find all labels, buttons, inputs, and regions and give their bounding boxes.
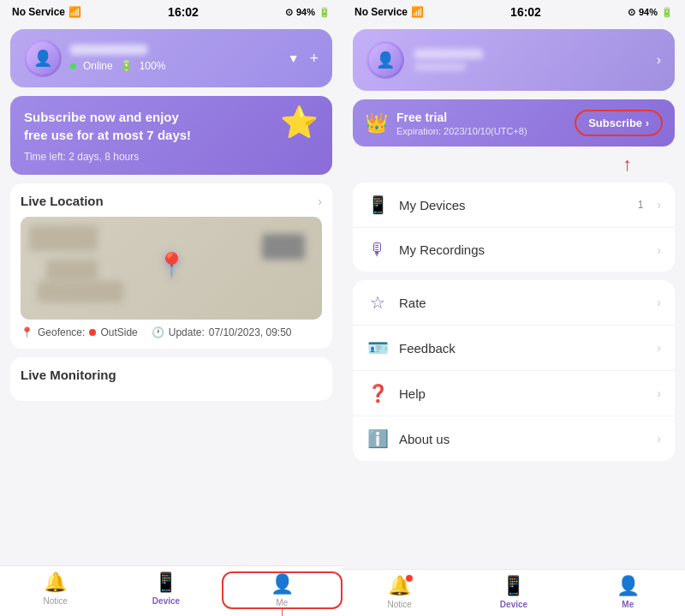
trial-info: Free trial Expiration: 2023/10/10(UTC+8) <box>396 111 566 136</box>
notice-badge <box>406 575 413 582</box>
clock-icon: 🕐 <box>152 326 164 338</box>
left-bottom-nav: 🔔 Notice 📱 Device 👤 Me ↓ <box>0 565 342 616</box>
map-container: 📍 <box>21 217 322 320</box>
left-status-bar: No Service 📶 16:02 ⊙ 94% 🔋 <box>0 0 342 22</box>
right-notice-label: Notice <box>387 600 411 609</box>
right-time: 16:02 <box>510 5 541 19</box>
left-profile-card[interactable]: 👤 Online 🔋 100% ▼ + <box>10 29 332 87</box>
right-nav-notice[interactable]: 🔔 Notice <box>342 575 456 609</box>
geofence-dot <box>89 329 96 336</box>
left-status-right: ⊙ 94% 🔋 <box>285 7 331 18</box>
help-label: Help <box>399 386 646 401</box>
add-device-button[interactable]: + <box>309 50 319 68</box>
nav-device[interactable]: 📱 Device <box>110 571 221 609</box>
geofence-pin-icon: 📍 <box>21 326 33 338</box>
left-battery-ring-icon: ⊙ <box>285 7 293 18</box>
feedback-item[interactable]: 🪪 Feedback › <box>353 326 675 371</box>
right-profile-chevron[interactable]: › <box>657 52 661 68</box>
subscribe-title: Subscribe now and enjoy free use for at … <box>24 108 195 144</box>
online-dot <box>70 63 76 69</box>
right-phone-panel: No Service 📶 16:02 ⊙ 94% 🔋 👤 › 👑 Free t <box>342 0 685 616</box>
right-profile-card[interactable]: 👤 › <box>353 29 675 91</box>
right-battery-pct: 94% <box>639 7 658 17</box>
red-arrow-annotation: ↑ <box>353 153 675 176</box>
right-me-icon: 👤 <box>616 575 640 597</box>
about-icon: ℹ️ <box>366 428 389 449</box>
live-location-header: Live Location › <box>21 194 322 208</box>
right-status-bar: No Service 📶 16:02 ⊙ 94% 🔋 <box>342 0 685 22</box>
right-sub-blur <box>414 63 466 71</box>
help-item[interactable]: ❓ Help › <box>353 371 675 416</box>
right-profile-info <box>414 49 646 71</box>
map-pin-icon: 📍 <box>157 251 187 279</box>
left-phone-panel: No Service 📶 16:02 ⊙ 94% 🔋 👤 Online 🔋 10… <box>0 0 342 616</box>
about-us-label: About us <box>399 432 646 446</box>
feedback-icon: 🪪 <box>366 338 389 358</box>
left-status-left: No Service 📶 <box>12 6 81 18</box>
geofence-label: Geofence: <box>38 326 85 338</box>
my-devices-count: 1 <box>638 199 644 211</box>
map-footer: 📍 Geofence: OutSide 🕐 Update: 07/10/2023… <box>21 326 322 338</box>
my-devices-label: My Devices <box>399 198 628 212</box>
subscribe-banner[interactable]: Subscribe now and enjoy free use for at … <box>10 96 332 175</box>
nav-notice[interactable]: 🔔 Notice <box>0 571 110 609</box>
rate-label: Rate <box>399 296 646 310</box>
right-status-right: ⊙ 94% 🔋 <box>628 7 673 18</box>
right-status-left: No Service 📶 <box>354 6 424 18</box>
right-me-label: Me <box>622 600 634 609</box>
left-avatar-inner: 👤 <box>27 42 59 75</box>
nav-me[interactable]: 👤 Me ↓ <box>222 571 342 609</box>
menu-section-1: 📱 My Devices 1 › 🎙 My Recordings › <box>353 182 675 272</box>
right-no-service: No Service <box>354 6 408 18</box>
online-label: Online <box>83 60 113 72</box>
right-nav-device[interactable]: 📱 Device <box>456 575 570 609</box>
update-label: Update: <box>169 326 205 338</box>
devices-chevron-icon: › <box>657 198 661 212</box>
map-background: 📍 <box>21 217 322 320</box>
trial-title: Free trial <box>396 111 566 124</box>
update-info: 🕐 Update: 07/10/2023, 09:50 <box>152 326 292 338</box>
star-icon: ⭐ <box>280 105 319 141</box>
notice-icon: 🔔 <box>44 571 67 594</box>
right-wifi-icon: 📶 <box>411 6 424 18</box>
left-battery-icon: 🔋 <box>319 7 331 18</box>
my-devices-item[interactable]: 📱 My Devices 1 › <box>353 182 675 228</box>
right-nav-me[interactable]: 👤 Me <box>571 575 685 609</box>
right-battery-icon: 🔋 <box>661 7 673 18</box>
live-monitoring-header: Live Monitoring <box>21 368 322 382</box>
red-up-arrow-icon: ↑ <box>622 153 632 176</box>
right-avatar: 👤 <box>366 41 404 79</box>
battery-pct-label: 100% <box>140 60 166 72</box>
about-us-item[interactable]: ℹ️ About us › <box>353 416 675 461</box>
help-chevron-icon: › <box>657 386 661 400</box>
right-content: 👤 › 👑 Free trial Expiration: 2023/10/10(… <box>342 22 685 569</box>
live-location-chevron[interactable]: › <box>318 194 322 208</box>
live-location-card: Live Location › 📍 📍 Geofence: <box>10 183 332 349</box>
rate-icon: ☆ <box>366 292 389 313</box>
about-chevron-icon: › <box>657 432 661 446</box>
trial-expiration: Expiration: 2023/10/10(UTC+8) <box>396 126 566 136</box>
red-arrow-down-left: ↓ <box>277 603 286 616</box>
right-avatar-inner: 👤 <box>369 44 402 76</box>
blur-patch-2 <box>46 260 98 281</box>
right-bottom-nav: 🔔 Notice 📱 Device 👤 Me <box>342 569 685 616</box>
geofence-info: 📍 Geofence: OutSide <box>21 326 138 338</box>
menu-section-2: ☆ Rate › 🪪 Feedback › ❓ Help › ℹ️ About … <box>353 280 675 461</box>
subscribe-button[interactable]: Subscribe › <box>575 110 663 136</box>
crown-icon: 👑 <box>365 112 388 135</box>
left-profile-actions: ▼ + <box>288 50 319 68</box>
dropdown-arrow-icon[interactable]: ▼ <box>288 51 300 65</box>
rate-chevron-icon: › <box>657 296 661 309</box>
notice-label: Notice <box>43 596 67 606</box>
my-recordings-item[interactable]: 🎙 My Recordings › <box>353 228 675 272</box>
recordings-chevron-icon: › <box>657 243 661 257</box>
right-device-icon: 📱 <box>502 575 525 597</box>
left-content: 👤 Online 🔋 100% ▼ + Subscribe now and en… <box>0 22 342 565</box>
recordings-icon: 🎙 <box>366 240 389 260</box>
feedback-chevron-icon: › <box>657 341 661 355</box>
update-value: 07/10/2023, 09:50 <box>209 326 292 338</box>
right-device-label: Device <box>500 600 527 609</box>
notice-icon-wrap: 🔔 <box>388 575 411 597</box>
rate-item[interactable]: ☆ Rate › <box>353 280 675 326</box>
blur-patch-3 <box>262 234 305 260</box>
